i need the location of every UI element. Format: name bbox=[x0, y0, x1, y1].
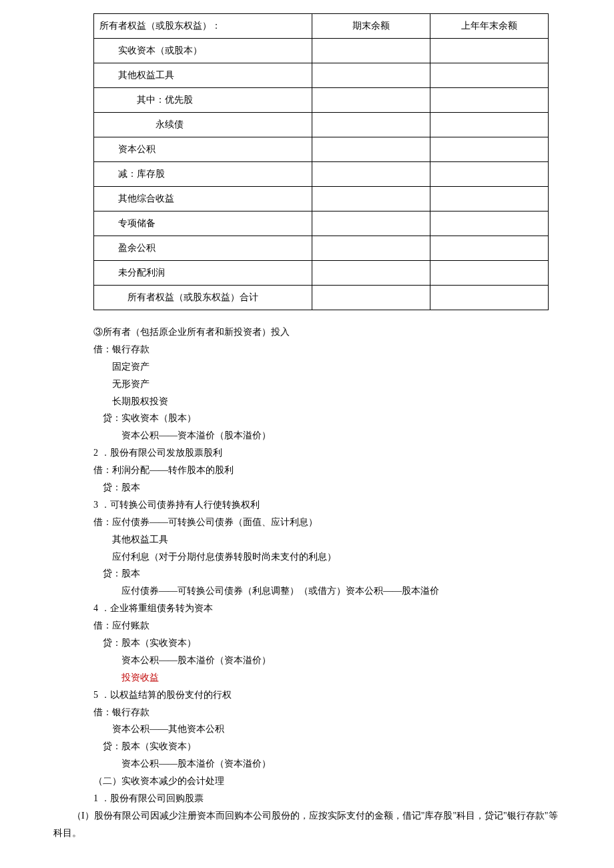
line: 应付债券——可转换公司债券（利息调整）（或借方）资本公积——股本溢价 bbox=[93, 582, 561, 600]
table-row: 资本公积 bbox=[94, 137, 549, 162]
line: 借：应付账款 bbox=[93, 617, 561, 634]
table-row: 专项储备 bbox=[94, 211, 549, 236]
line: 资本公积——资本溢价（股本溢价） bbox=[93, 427, 561, 444]
row-col2 bbox=[430, 261, 549, 286]
row-col1 bbox=[312, 211, 430, 236]
row-col1 bbox=[312, 187, 430, 211]
row-col2 bbox=[430, 88, 549, 113]
row-col2 bbox=[430, 162, 549, 187]
row-col2 bbox=[430, 187, 549, 211]
table-row: 未分配利润 bbox=[94, 261, 549, 286]
row-item: 未分配利润 bbox=[94, 261, 312, 286]
body-text: ③所有者（包括原企业所有者和新投资者）投入 借：银行存款 固定资产 无形资产 长… bbox=[53, 324, 561, 807]
header-col1: 期末余额 bbox=[312, 14, 430, 39]
row-item: 资本公积 bbox=[94, 137, 312, 162]
line: 无形资产 bbox=[93, 376, 561, 393]
line: 长期股权投资 bbox=[93, 393, 561, 410]
row-item: 专项储备 bbox=[94, 211, 312, 236]
line: 应付利息（对于分期付息债券转股时尚未支付的利息） bbox=[93, 548, 561, 566]
line: 贷：股本 bbox=[93, 565, 561, 582]
line: 1 ．股份有限公司回购股票 bbox=[93, 790, 561, 807]
row-col1 bbox=[312, 162, 430, 187]
line: 3 ．可转换公司债券持有人行使转换权利 bbox=[93, 496, 561, 514]
row-item: 实收资本（或股本） bbox=[94, 39, 312, 63]
line: 贷：股本（实收资本） bbox=[93, 634, 561, 652]
table-row: 其中：优先股 bbox=[94, 88, 549, 113]
row-col1 bbox=[312, 236, 430, 261]
row-col2 bbox=[430, 236, 549, 261]
table-row: 其他综合收益 bbox=[94, 187, 549, 211]
row-item: 盈余公积 bbox=[94, 236, 312, 261]
row-col1 bbox=[312, 261, 430, 286]
row-item: 所有者权益（或股东权益）合计 bbox=[94, 286, 312, 310]
row-col2 bbox=[430, 39, 549, 63]
line: 贷：实收资本（股本） bbox=[93, 410, 561, 427]
row-col2 bbox=[430, 137, 549, 162]
document-page: 所有者权益（或股东权益）： 期末余额 上年年末余额 实收资本（或股本） 其他权益… bbox=[0, 0, 614, 868]
line: 借：利润分配——转作股本的股利 bbox=[93, 462, 561, 479]
line: 4 ．企业将重组债务转为资本 bbox=[93, 600, 561, 617]
line: 固定资产 bbox=[93, 358, 561, 376]
row-col1 bbox=[312, 88, 430, 113]
line: 借：银行存款 bbox=[93, 704, 561, 721]
line: 贷：股本 bbox=[93, 479, 561, 496]
paragraph: （I）股份有限公司因减少注册资本而回购本公司股份的，应按实际支付的金额，借记"库… bbox=[53, 807, 561, 842]
table-row: 其他权益工具 bbox=[94, 63, 549, 88]
table-row: 减：库存股 bbox=[94, 162, 549, 187]
line-highlight: 投资收益 bbox=[93, 669, 561, 687]
table-row: 盈余公积 bbox=[94, 236, 549, 261]
row-col1 bbox=[312, 113, 430, 137]
row-item: 其中：优先股 bbox=[94, 88, 312, 113]
line: 资本公积——股本溢价（资本溢价） bbox=[93, 652, 561, 669]
row-col2 bbox=[430, 211, 549, 236]
line: 2 ．股份有限公司发放股票股利 bbox=[93, 444, 561, 462]
line: 其他权益工具 bbox=[93, 531, 561, 548]
row-item: 其他权益工具 bbox=[94, 63, 312, 88]
row-col1 bbox=[312, 286, 430, 310]
line: 贷：股本（实收资本） bbox=[93, 738, 561, 755]
row-col1 bbox=[312, 137, 430, 162]
line: 5 ．以权益结算的股份支付的行权 bbox=[93, 687, 561, 704]
row-col1 bbox=[312, 63, 430, 88]
line: 资本公积——其他资本公积 bbox=[93, 721, 561, 738]
row-col2 bbox=[430, 113, 549, 137]
table-row: 所有者权益（或股东权益）合计 bbox=[94, 286, 549, 310]
row-col1 bbox=[312, 39, 430, 63]
row-col2 bbox=[430, 63, 549, 88]
table-header-row: 所有者权益（或股东权益）： 期末余额 上年年末余额 bbox=[94, 14, 549, 39]
line: （二）实收资本减少的会计处理 bbox=[93, 773, 561, 790]
line: 借：应付债券——可转换公司债券（面值、应计利息） bbox=[93, 514, 561, 531]
line: 借：银行存款 bbox=[93, 341, 561, 358]
row-col2 bbox=[430, 286, 549, 310]
line: 资本公积——股本溢价（资本溢价） bbox=[93, 755, 561, 773]
row-item: 减：库存股 bbox=[94, 162, 312, 187]
table-row: 实收资本（或股本） bbox=[94, 39, 549, 63]
table-row: 永续债 bbox=[94, 113, 549, 137]
header-item: 所有者权益（或股东权益）： bbox=[94, 14, 312, 39]
row-item: 永续债 bbox=[94, 113, 312, 137]
header-col2: 上年年末余额 bbox=[430, 14, 549, 39]
line: ③所有者（包括原企业所有者和新投资者）投入 bbox=[93, 324, 561, 341]
row-item: 其他综合收益 bbox=[94, 187, 312, 211]
equity-table: 所有者权益（或股东权益）： 期末余额 上年年末余额 实收资本（或股本） 其他权益… bbox=[93, 13, 549, 310]
